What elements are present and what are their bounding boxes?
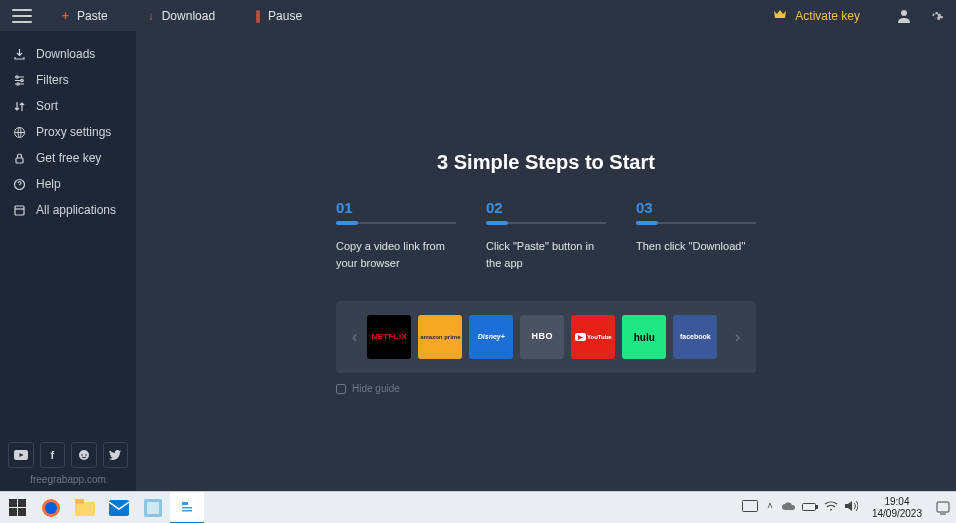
clock-time: 19:04 <box>872 496 922 508</box>
tile-disney[interactable]: Disney+ <box>469 315 513 359</box>
taskbar-clock[interactable]: 19:04 14/09/2023 <box>864 496 930 520</box>
main-content: 3 Simple Steps to Start 01 Copy a video … <box>136 31 956 491</box>
svg-rect-20 <box>742 501 757 512</box>
svg-point-10 <box>81 454 83 456</box>
svg-point-1 <box>15 75 17 77</box>
steps-row: 01 Copy a video link from your browser 0… <box>336 199 756 271</box>
step-text: Click "Paste" button in the app <box>486 238 606 271</box>
step-number: 01 <box>336 199 456 216</box>
tile-amazon[interactable]: amazon prime <box>418 315 462 359</box>
svg-point-2 <box>20 79 22 81</box>
sidebar-label: Sort <box>36 99 58 113</box>
taskbar-mail[interactable] <box>102 492 136 524</box>
start-button[interactable] <box>0 492 34 524</box>
plus-icon: + <box>62 9 69 23</box>
pause-icon: ∥ <box>255 9 260 23</box>
sidebar-label: Get free key <box>36 151 101 165</box>
svg-rect-15 <box>75 499 84 504</box>
step-2: 02 Click "Paste" button in the app <box>486 199 606 271</box>
sort-icon <box>10 100 28 113</box>
youtube-link[interactable] <box>8 442 34 468</box>
svg-rect-21 <box>802 503 815 510</box>
svg-rect-22 <box>816 505 818 508</box>
sidebar-item-getkey[interactable]: Get free key <box>0 145 136 171</box>
sidebar-label: Downloads <box>36 47 95 61</box>
windows-taskbar: ＾ 19:04 14/09/2023 <box>0 491 956 523</box>
download-tray-icon <box>10 48 28 61</box>
tile-facebook[interactable]: facebook <box>673 315 717 359</box>
clock-date: 14/09/2023 <box>872 508 922 520</box>
download-label: Download <box>162 9 215 23</box>
tray-wifi-icon[interactable] <box>824 500 838 515</box>
services-carousel: ‹ NETFLIX amazon prime Disney+ HBO ▶YouT… <box>336 301 756 373</box>
guide-title: 3 Simple Steps to Start <box>336 151 756 174</box>
twitter-link[interactable] <box>103 442 129 468</box>
tray-keyboard-icon[interactable] <box>742 500 758 515</box>
sidebar-item-allapps[interactable]: All applications <box>0 197 136 223</box>
help-icon <box>10 178 28 191</box>
taskbar-explorer[interactable] <box>68 492 102 524</box>
tray-volume-icon[interactable] <box>844 500 858 515</box>
step-1: 01 Copy a video link from your browser <box>336 199 456 271</box>
taskbar-notes[interactable] <box>136 492 170 524</box>
sidebar-label: Help <box>36 177 61 191</box>
tile-hulu[interactable]: hulu <box>622 315 666 359</box>
download-button[interactable]: ↓ Download <box>148 9 215 23</box>
footer-link[interactable]: freegrabapp.com <box>0 474 136 491</box>
svg-rect-18 <box>147 502 159 514</box>
svg-point-11 <box>85 454 87 456</box>
step-progress <box>636 222 756 224</box>
svg-point-3 <box>16 82 18 84</box>
tile-hbo[interactable]: HBO <box>520 315 564 359</box>
download-arrow-icon: ↓ <box>148 9 154 23</box>
reddit-link[interactable] <box>71 442 97 468</box>
tray-battery-icon[interactable] <box>802 501 818 515</box>
taskbar-current-app[interactable] <box>170 492 204 524</box>
svg-rect-5 <box>16 158 23 163</box>
step-number: 03 <box>636 199 756 216</box>
facebook-link[interactable]: f <box>40 442 66 468</box>
sidebar-item-sort[interactable]: Sort <box>0 93 136 119</box>
svg-point-13 <box>45 502 57 514</box>
user-icon[interactable] <box>896 8 912 24</box>
tile-youtube[interactable]: ▶YouTube <box>571 315 615 359</box>
svg-rect-23 <box>937 502 949 512</box>
tray-onedrive-icon[interactable] <box>782 501 796 515</box>
tile-netflix[interactable]: NETFLIX <box>367 315 411 359</box>
svg-rect-7 <box>15 206 24 215</box>
sidebar-label: Filters <box>36 73 69 87</box>
paste-button[interactable]: + Paste <box>62 9 108 23</box>
step-progress <box>486 222 606 224</box>
sidebar-label: All applications <box>36 203 116 217</box>
hide-guide-checkbox[interactable]: Hide guide <box>336 383 756 394</box>
sidebar-item-filters[interactable]: Filters <box>0 67 136 93</box>
checkbox-icon <box>336 384 346 394</box>
pause-button[interactable]: ∥ Pause <box>255 9 302 23</box>
step-number: 02 <box>486 199 606 216</box>
hide-guide-label: Hide guide <box>352 383 400 394</box>
globe-icon <box>10 126 28 139</box>
activate-key-button[interactable]: Activate key <box>773 8 860 23</box>
crown-icon <box>773 8 787 23</box>
carousel-prev[interactable]: ‹ <box>350 328 359 346</box>
topbar: + Paste ↓ Download ∥ Pause Activate key <box>0 0 956 31</box>
sidebar-item-help[interactable]: Help <box>0 171 136 197</box>
sidebar-item-proxy[interactable]: Proxy settings <box>0 119 136 145</box>
notifications-button[interactable] <box>930 492 956 524</box>
taskbar-firefox[interactable] <box>34 492 68 524</box>
svg-rect-16 <box>109 500 129 516</box>
menu-toggle[interactable] <box>12 9 32 23</box>
step-text: Then click "Download" <box>636 238 756 255</box>
lock-icon <box>10 152 28 165</box>
svg-rect-14 <box>75 502 95 516</box>
step-progress <box>336 222 456 224</box>
pause-label: Pause <box>268 9 302 23</box>
sidebar-item-downloads[interactable]: Downloads <box>0 41 136 67</box>
sidebar: Downloads Filters Sort Proxy settings Ge… <box>0 31 136 491</box>
carousel-next[interactable]: › <box>733 328 742 346</box>
settings-icon[interactable] <box>928 8 944 24</box>
step-3: 03 Then click "Download" <box>636 199 756 271</box>
tray-chevron-up-icon[interactable]: ＾ <box>764 499 776 516</box>
system-tray: ＾ <box>736 499 864 516</box>
svg-point-9 <box>79 450 89 460</box>
